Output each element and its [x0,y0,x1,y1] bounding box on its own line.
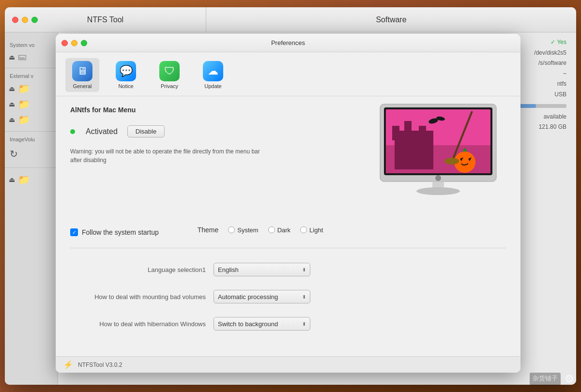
follow-startup-row: ✓ Follow the system startup [70,228,159,236]
theme-row: Theme System Dark Light [198,226,323,234]
bad-volumes-arrow-icon: ⬍ [302,294,306,300]
follow-startup-checkbox[interactable]: ✓ [70,228,78,236]
bad-volumes-select[interactable]: Automatic processing ⬍ [214,290,310,303]
list-item[interactable]: ⏏ 📁 [5,81,58,96]
footer-logo-icon: ⚡ [63,360,73,369]
watermark-text: 杂货铺子 [530,373,561,385]
imac-svg [375,102,501,208]
list-item[interactable]: ⏏ 📁 [5,96,58,112]
svg-point-17 [416,187,460,195]
fs-label: ntfs [534,79,566,90]
close-button[interactable] [12,16,18,23]
type-label: USB [534,90,566,100]
size-label: 121.80 GB [539,122,566,133]
folder-icon-orange: 📁 [18,83,30,94]
pref-close-button[interactable] [61,40,68,46]
folder-icon-orange3: 📁 [18,114,30,125]
sidebar-section-label-external: External v [5,72,58,81]
status-dot-green [70,129,75,134]
minimize-button[interactable] [22,16,28,23]
eject-icon-ext2[interactable]: ⏏ [9,100,15,108]
language-arrow-icon: ⬍ [302,267,306,272]
tab-update[interactable]: ☁ Update [196,58,230,92]
eject-icon-img[interactable]: ⏏ [9,176,15,183]
status-row: Activated [70,127,118,136]
folder-icon-blue: 📁 [18,174,30,185]
follow-startup-label: Follow the system startup [82,228,159,236]
refresh-button[interactable]: ↻ [5,144,58,164]
drive-icon: 🖴 [18,52,27,62]
sidebar-section-system: System vo ⏏ 🖴 [5,37,58,68]
titlebar-right: Software [206,15,576,24]
storage-info: available 121.80 GB [539,112,566,133]
radio-dark[interactable] [268,226,275,233]
pref-footer: ⚡ NTFSTool V3.0.2 [56,356,520,373]
disable-button[interactable]: Disable [127,125,165,137]
eject-icon-ext[interactable]: ⏏ [9,85,15,92]
gear-icon: ⚙ [565,373,574,385]
warning-text: Warning: you will not be able to operate… [70,147,264,165]
hibernation-value: Switch to background [218,320,278,328]
tilde-label: ~ [534,69,566,79]
maximize-button[interactable] [31,16,38,23]
hibernation-row: How to deal with hibernation Windows Swi… [70,317,506,331]
radio-light[interactable] [300,226,307,233]
svg-point-15 [444,158,459,165]
shield-icon: 🛡 [164,65,175,77]
language-label: Language selection1 [70,266,206,273]
general-tab-icon: 🖥 [72,61,92,81]
hibernation-select[interactable]: Switch to background ⬍ [214,317,310,331]
notice-tab-icon: 💬 [116,61,136,81]
update-tab-label: Update [204,83,221,89]
theme-light-label: Light [309,226,323,234]
titlebar-left: NTFS Tool [5,15,206,24]
imac-illustration [375,102,501,208]
bad-volumes-row: How to deal with mounting bad volumes Au… [70,290,506,303]
theme-label: Theme [198,226,219,234]
eject-icon-ext3[interactable]: ⏏ [9,116,15,123]
theme-dark-label: Dark [277,226,290,234]
theme-system[interactable]: System [228,226,258,234]
privacy-tab-label: Privacy [161,83,178,89]
sidebar: System vo ⏏ 🖴 External v ⏏ 📁 ⏏ 📁 ⏏ [5,32,58,385]
list-item[interactable]: ⏏ 📁 [5,172,58,187]
svg-point-18 [435,175,441,181]
theme-dark[interactable]: Dark [268,226,290,234]
pref-minimize-button[interactable] [71,40,77,46]
pref-titlebar: Preferences [56,34,520,52]
language-select[interactable]: English ⬍ [214,263,310,276]
path2-label: /s/software [534,58,566,69]
tab-notice[interactable]: 💬 Notice [109,58,143,92]
pref-traffic-lights [61,40,87,46]
language-value: English [218,266,239,273]
svg-rect-5 [392,126,399,140]
sidebar-section-image: ImageVolu ↻ [5,132,58,168]
footer-version: NTFSTool V3.0.2 [78,362,122,368]
app-title: NTFS Tool [87,15,123,24]
settings-separator [70,248,506,248]
radio-system[interactable] [228,226,235,233]
traffic-lights [12,16,38,23]
tab-general[interactable]: 🖥 General [65,58,99,92]
folder-icon-orange2: 📁 [18,98,30,110]
svg-rect-4 [395,131,433,169]
main-titlebar: NTFS Tool Software [5,7,576,32]
tab-privacy[interactable]: 🛡 Privacy [153,58,186,92]
bad-volumes-label: How to deal with mounting bad volumes [70,293,206,301]
language-setting-row: Language selection1 English ⬍ [70,263,506,276]
list-item[interactable]: ⏏ 🖴 [5,50,58,64]
theme-light[interactable]: Light [300,226,323,234]
general-tab-label: General [73,83,92,89]
eject-icon[interactable]: ⏏ [9,53,15,61]
pref-maximize-button[interactable] [81,40,87,46]
hibernation-arrow-icon: ⬍ [302,321,306,327]
list-item[interactable]: ⏏ 📁 [5,112,58,127]
refresh-icon: ↻ [10,149,18,159]
monitor-icon: 🖥 [77,65,88,77]
pref-toolbar: 🖥 General 💬 Notice 🛡 Privacy ☁ [56,52,520,96]
notice-tab-label: Notice [118,83,133,89]
software-title: Software [376,15,406,24]
yes-label: ✓ Yes [534,37,566,48]
bad-volumes-value: Automatic processing [218,293,278,301]
svg-rect-7 [419,126,426,140]
